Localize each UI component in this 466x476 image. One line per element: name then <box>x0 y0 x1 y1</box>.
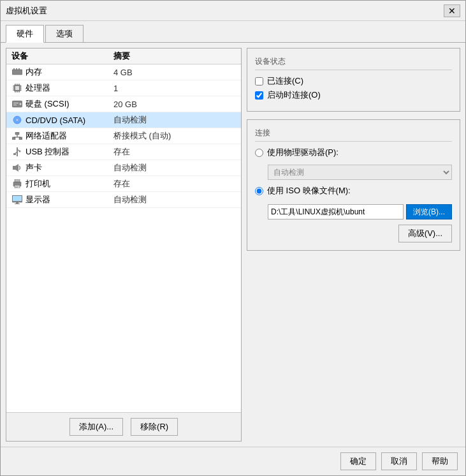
dialog: 虚拟机设置 ✕ 硬件 选项 设备 摘要 内存 4 GB <box>0 0 466 476</box>
header-summary: 摘要 <box>113 50 236 62</box>
device-name: 网络适配器 <box>25 130 113 142</box>
svg-rect-1 <box>13 68 15 70</box>
device-name: 打印机 <box>25 178 113 190</box>
svg-rect-42 <box>15 187 18 188</box>
header-device: 设备 <box>11 50 113 62</box>
svg-point-19 <box>20 103 22 105</box>
connection-title: 连接 <box>255 128 452 142</box>
connection-section: 连接 使用物理驱动器(P): 自动检测 使用 <box>247 119 460 251</box>
svg-rect-20 <box>13 103 18 103</box>
table-row[interactable]: 硬盘 (SCSI) 20 GB <box>6 96 241 112</box>
svg-rect-44 <box>13 196 22 201</box>
usb-icon <box>11 147 23 156</box>
physical-dropdown-row: 自动检测 <box>268 165 452 180</box>
device-status-section: 设备状态 已连接(C) 启动时连接(O) <box>247 48 460 112</box>
display-icon <box>11 195 23 204</box>
svg-rect-26 <box>12 137 15 140</box>
device-summary: 自动检测 <box>113 162 236 174</box>
device-name: 内存 <box>25 66 113 78</box>
startup-checkbox[interactable] <box>255 91 263 100</box>
svg-point-24 <box>17 119 18 121</box>
physical-dropdown[interactable]: 自动检测 <box>268 165 452 180</box>
memory-icon <box>11 68 23 77</box>
help-button[interactable]: 帮助 <box>422 452 458 470</box>
svg-rect-2 <box>16 68 17 70</box>
table-row[interactable]: 打印机 存在 <box>6 176 241 192</box>
tab-hardware[interactable]: 硬件 <box>6 25 44 43</box>
table-row[interactable]: 内存 4 GB <box>6 64 241 80</box>
device-name: USB 控制器 <box>25 146 113 158</box>
device-summary: 存在 <box>113 146 236 158</box>
physical-radio-row: 使用物理驱动器(P): <box>255 147 452 158</box>
table-row[interactable]: 处理器 1 <box>6 80 241 96</box>
remove-button[interactable]: 移除(R) <box>131 418 178 436</box>
table-row[interactable]: 网络适配器 桥接模式 (自动) <box>6 128 241 144</box>
close-button[interactable]: ✕ <box>444 4 460 17</box>
device-name: 硬盘 (SCSI) <box>25 98 113 110</box>
device-summary: 4 GB <box>113 68 236 77</box>
footer: 确定 取消 帮助 <box>1 447 465 475</box>
svg-rect-45 <box>16 202 18 204</box>
right-panel: 设备状态 已连接(C) 启动时连接(O) 连接 使用物理驱动器(P): <box>247 48 460 442</box>
table-row[interactable]: CD/DVD (SATA) 自动检测 <box>6 112 241 128</box>
device-summary: 桥接模式 (自动) <box>113 130 236 142</box>
device-summary: 20 GB <box>113 100 236 109</box>
audio-icon <box>11 163 23 172</box>
device-name: 显示器 <box>25 194 113 205</box>
svg-rect-0 <box>12 70 22 75</box>
startup-label: 启动时连接(O) <box>267 89 321 101</box>
device-summary: 存在 <box>113 178 236 190</box>
radio-section: 使用物理驱动器(P): 自动检测 使用 ISO 映像文件(M): <box>255 147 452 219</box>
physical-label: 使用物理驱动器(P): <box>267 147 339 158</box>
connected-checkbox[interactable] <box>255 77 263 86</box>
device-name: 处理器 <box>25 82 113 94</box>
connected-label: 已连接(C) <box>267 75 303 87</box>
cd-icon <box>11 115 23 124</box>
device-name: CD/DVD (SATA) <box>25 115 113 125</box>
printer-icon <box>11 179 23 188</box>
svg-rect-36 <box>13 166 15 170</box>
tab-options[interactable]: 选项 <box>45 25 84 43</box>
device-summary: 1 <box>113 84 236 93</box>
svg-rect-21 <box>13 105 17 105</box>
device-summary: 自动检测 <box>113 114 236 126</box>
table-row[interactable]: USB 控制器 存在 <box>6 144 241 160</box>
iso-path-row: 浏览(B)... <box>268 204 452 219</box>
hdd-icon <box>11 100 23 108</box>
left-panel: 设备 摘要 内存 4 GB 处理器 1 <box>6 48 242 442</box>
iso-radio[interactable] <box>255 187 263 195</box>
ok-button[interactable]: 确定 <box>340 452 376 470</box>
cpu-icon <box>11 84 23 93</box>
svg-rect-40 <box>15 185 20 188</box>
window-title: 虚拟机设置 <box>6 5 47 17</box>
device-status-title: 设备状态 <box>255 56 452 70</box>
table-row[interactable]: 显示器 自动检测 <box>6 192 241 208</box>
network-icon <box>11 131 23 140</box>
content-area: 设备 摘要 内存 4 GB 处理器 1 <box>1 42 465 447</box>
advanced-button[interactable]: 高级(V)... <box>398 225 452 242</box>
iso-path-input[interactable] <box>268 204 404 219</box>
tabs-bar: 硬件 选项 <box>1 21 465 43</box>
physical-radio[interactable] <box>255 149 263 157</box>
iso-label: 使用 ISO 映像文件(M): <box>267 185 351 197</box>
svg-rect-3 <box>18 68 20 70</box>
svg-rect-25 <box>15 132 19 135</box>
startup-row: 启动时连接(O) <box>255 89 452 101</box>
left-panel-buttons: 添加(A)... 移除(R) <box>6 412 241 441</box>
table-header: 设备 摘要 <box>6 48 241 64</box>
title-bar: 虚拟机设置 ✕ <box>1 1 465 21</box>
cancel-button[interactable]: 取消 <box>381 452 417 470</box>
svg-rect-5 <box>15 86 19 90</box>
svg-point-34 <box>19 151 21 152</box>
advanced-row: 高级(V)... <box>255 225 452 242</box>
add-button[interactable]: 添加(A)... <box>69 418 123 436</box>
svg-marker-37 <box>15 164 18 172</box>
iso-radio-row: 使用 ISO 映像文件(M): <box>255 185 452 197</box>
svg-rect-35 <box>13 153 16 155</box>
browse-button[interactable]: 浏览(B)... <box>406 204 452 219</box>
table-row[interactable]: 声卡 自动检测 <box>6 160 241 176</box>
device-name: 声卡 <box>25 162 113 174</box>
svg-rect-27 <box>19 137 22 140</box>
device-summary: 自动检测 <box>113 194 236 205</box>
svg-rect-39 <box>15 179 20 182</box>
